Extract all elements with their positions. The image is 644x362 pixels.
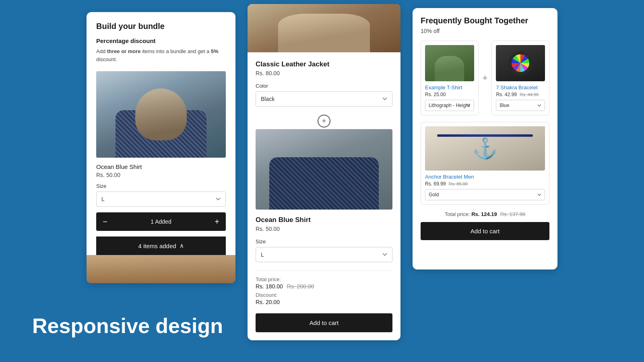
- anchor-shape: [473, 132, 497, 165]
- left-size-select[interactable]: L XS S M XL XXL: [96, 191, 226, 207]
- items-added-chevron: ∧: [180, 242, 184, 249]
- fbt-product1-price: Rs. 25.00: [425, 92, 474, 97]
- middle-product2-price: Rs. 50.00: [256, 226, 392, 232]
- discount-label: Percentage discount: [96, 37, 226, 44]
- middle-product2-image: [256, 129, 392, 210]
- middle-add-to-cart-button[interactable]: Add to cart: [256, 313, 392, 332]
- left-product-name: Ocean Blue Shirt: [96, 163, 226, 170]
- middle-total-value: Rs. 180.00 Rs. 200.00: [256, 283, 392, 290]
- fbt-product2-original-price: Rs. 44.99: [520, 92, 539, 97]
- middle-total-original: Rs. 200.00: [287, 283, 314, 290]
- right-card: Frequently Bought Together 10% off ✓ Exa…: [413, 8, 557, 269]
- middle-total-label: Total price:: [256, 276, 392, 282]
- fbt-product3-price: Rs. 69.99 Rs. 85.00: [425, 181, 545, 187]
- middle-product1-price: Rs. 80.00: [256, 70, 392, 76]
- fbt-title: Frequently Bought Together: [421, 16, 549, 25]
- fbt-product3-variant-select[interactable]: Gold Silver Black: [425, 189, 545, 200]
- middle-discount-label: Discount:: [256, 292, 392, 298]
- bracelet-image: [496, 45, 545, 81]
- navy-rope: [437, 134, 533, 137]
- plus-divider: +: [256, 115, 392, 128]
- fbt-product3-name: Anchor Bracelet Men: [425, 174, 545, 180]
- fbt-products-row: ✓ Example T-Shirt Rs. 25.00 Lithograph -…: [421, 41, 549, 115]
- fbt-total-original: Rs. 137.98: [500, 211, 525, 217]
- fbt-total-row: Total price: Rs. 124.19 Rs. 137.98: [421, 211, 549, 217]
- middle-product1-name: Classic Leather Jacket: [256, 60, 392, 68]
- responsive-design-label: Responsive design: [32, 314, 223, 338]
- fbt-product2-image: [496, 45, 545, 81]
- anchor-bracelet-image: [425, 126, 545, 171]
- main-layout: Responsive design Build your bundle Perc…: [0, 0, 644, 362]
- left-product-price: Rs. 50.00: [96, 172, 226, 178]
- middle-size-select[interactable]: L XS S M XL: [256, 247, 392, 262]
- fbt-plus-icon: +: [483, 73, 488, 83]
- fbt-product1-variant-select[interactable]: Lithograph - Height Option 2: [425, 100, 474, 111]
- fbt-product1-image: [425, 45, 474, 81]
- qty-control: − 1 Added +: [96, 212, 226, 231]
- bottom-image-strip: [87, 255, 235, 283]
- items-added-text: 4 items added: [138, 243, 176, 249]
- tshirt-image: [425, 45, 474, 81]
- middle-discount-row: Discount: Rs. 20.00: [256, 292, 392, 305]
- fbt-product2-variant-select[interactable]: Blue Green Red: [496, 100, 545, 111]
- right-add-to-cart-button[interactable]: Add to cart: [421, 222, 549, 240]
- middle-discount-value: Rs. 20.00: [256, 299, 392, 305]
- fbt-product3-original-price: Rs. 85.00: [449, 181, 468, 186]
- person-photo: [96, 71, 226, 158]
- middle-card: Classic Leather Jacket Rs. 80.00 Color B…: [248, 4, 400, 340]
- fbt-product-2: ✓ 7 Shakra Bracelet Rs. 42.99 Rs. 44.99 …: [491, 41, 549, 115]
- qty-plus-button[interactable]: +: [208, 212, 226, 231]
- bundle-title: Build your bundle: [96, 22, 226, 31]
- middle-card-body: Classic Leather Jacket Rs. 80.00 Color B…: [248, 52, 400, 340]
- qty-text: 1 Added: [114, 218, 208, 225]
- items-added-button[interactable]: 4 items added ∧: [96, 237, 226, 255]
- middle-top-image: [248, 4, 400, 52]
- middle-size-label: Size: [256, 239, 392, 245]
- left-size-label: Size: [96, 183, 226, 189]
- left-card: Build your bundle Percentage discount Ad…: [87, 12, 235, 283]
- fbt-product-1: ✓ Example T-Shirt Rs. 25.00 Lithograph -…: [421, 41, 479, 115]
- shirt-pattern-2: [269, 157, 379, 210]
- color-label: Color: [256, 83, 392, 89]
- color-select[interactable]: Black Brown Tan: [256, 91, 392, 107]
- fbt-product2-name: 7 Shakra Bracelet: [496, 84, 545, 90]
- shirt-pattern: [116, 110, 206, 158]
- fbt-product1-name: Example T-Shirt: [425, 84, 474, 90]
- middle-total-section: Total price: Rs. 180.00 Rs. 200.00 Disco…: [256, 270, 392, 332]
- discount-description: Add three or more items into a bundle an…: [96, 47, 226, 63]
- fbt-total-value: Rs. 124.19: [471, 211, 497, 217]
- qty-minus-button[interactable]: −: [96, 212, 114, 231]
- fbt-product2-price: Rs. 42.99 Rs. 44.99: [496, 92, 545, 97]
- fbt-discount: 10% off: [421, 28, 549, 34]
- plus-circle-icon: +: [318, 115, 330, 128]
- left-product-image: [96, 71, 226, 158]
- fbt-total-label: Total price:: [445, 211, 470, 217]
- middle-product2-name: Ocean Blue Shirt: [256, 216, 392, 224]
- bracelet-circle: [508, 51, 533, 75]
- middle-total-row: Total price: Rs. 180.00 Rs. 200.00: [256, 276, 392, 290]
- fbt-product-3: ✓ Anchor Bracelet Men Rs. 69.99 Rs. 85.0…: [421, 122, 549, 205]
